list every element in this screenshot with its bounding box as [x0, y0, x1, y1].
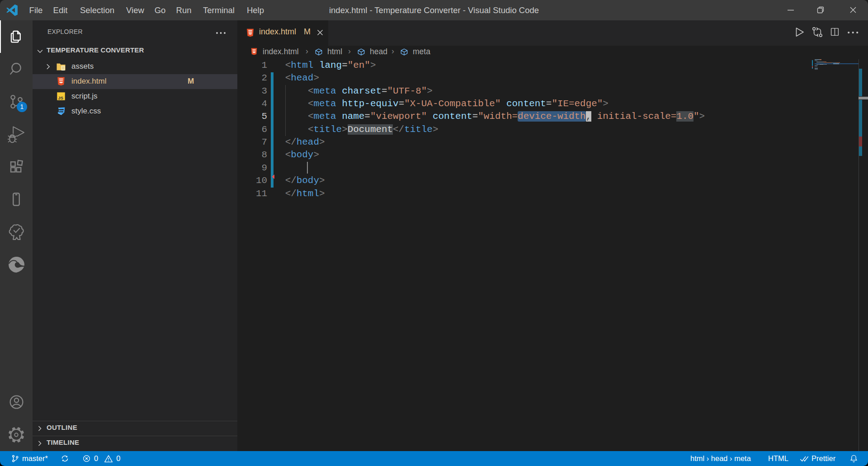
- svg-text:JS: JS: [58, 95, 63, 100]
